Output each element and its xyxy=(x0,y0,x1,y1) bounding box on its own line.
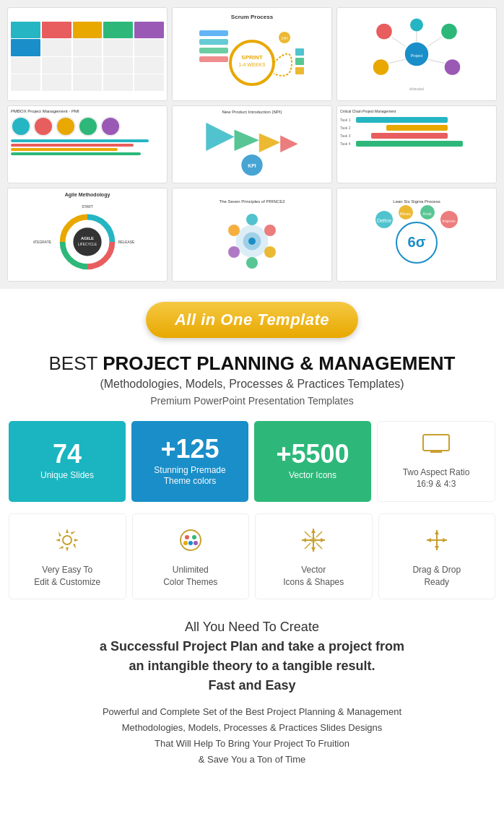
vector-icons-label: Vector Icons xyxy=(289,470,336,482)
badge-button[interactable]: All in One Template xyxy=(146,302,358,338)
main-bottom-text: All You Need To Create a Successful Proj… xyxy=(22,617,482,695)
svg-point-43 xyxy=(264,246,276,258)
slide-thumb-4[interactable]: PMBOX Project Management - PMI xyxy=(7,105,168,183)
vector-shapes-label: Vector Icons & Shapes xyxy=(283,564,344,589)
feature-box-vector-shapes: Vector Icons & Shapes xyxy=(255,513,373,599)
svg-text:6σ: 6σ xyxy=(408,234,426,250)
feature-box-aspect-ratio: Two Aspect Ratio 16:9 & 4:3 xyxy=(377,421,495,502)
move-icon xyxy=(424,527,450,558)
desc-bottom-text: Powerful and Complete Set of the Best Pr… xyxy=(22,704,482,768)
slide-thumb-9[interactable]: Lean Six Sigma Process 6σ Define Meas. A… xyxy=(336,188,497,282)
gear-icon xyxy=(54,527,80,558)
heading-normal: BEST xyxy=(49,352,103,374)
slide-thumb-8[interactable]: The Seven Principles of PRINCE2 xyxy=(172,188,332,282)
svg-point-44 xyxy=(246,257,258,269)
heading-section: BEST PROJECT PLANNING & MANAGEMENT (Meth… xyxy=(0,345,504,410)
svg-point-14 xyxy=(376,24,392,40)
svg-marker-82 xyxy=(427,538,431,542)
svg-text:Improv.: Improv. xyxy=(442,219,456,223)
heading-bold: PROJECT PLANNING & MANAGEMENT xyxy=(103,352,455,374)
svg-text:Meas.: Meas. xyxy=(400,212,412,216)
feature-box-edit-customize: Very Easy To Edit & Customize xyxy=(9,513,126,599)
edit-customize-label: Very Easy To Edit & Customize xyxy=(34,564,100,589)
svg-marker-69 xyxy=(311,529,316,533)
svg-rect-5 xyxy=(199,48,228,53)
svg-marker-80 xyxy=(435,530,439,534)
svg-line-21 xyxy=(427,38,441,47)
svg-text:LIFECYCLE: LIFECYCLE xyxy=(78,243,97,246)
heading-line3: Premium PowerPoint Presentation Template… xyxy=(14,395,490,407)
svg-text:INTEGRATE: INTEGRATE xyxy=(33,240,52,244)
svg-point-60 xyxy=(63,536,71,544)
svg-text:1-4 WEEKS: 1-4 WEEKS xyxy=(238,62,266,67)
slide-thumb-5[interactable]: New Product Introduction (NPI) KPI xyxy=(172,105,332,183)
svg-marker-26 xyxy=(235,130,259,151)
color-themes-label: Unlimited Color Themes xyxy=(163,564,217,589)
feature-box-unique-slides: 74 Unique Slides xyxy=(9,421,126,502)
slide-thumb-2[interactable]: Scrum Process SPRINT 1-4 WEEKS 24H xyxy=(172,7,332,101)
svg-marker-25 xyxy=(206,123,234,151)
feature-row-2: Very Easy To Edit & Customize Unlimited … xyxy=(0,508,504,610)
svg-rect-4 xyxy=(199,39,228,45)
svg-point-15 xyxy=(441,24,457,40)
svg-point-16 xyxy=(373,59,389,75)
svg-marker-71 xyxy=(302,538,306,542)
svg-line-75 xyxy=(305,543,310,549)
svg-line-74 xyxy=(316,531,322,537)
svg-point-64 xyxy=(188,541,193,545)
svg-rect-11 xyxy=(295,67,304,74)
svg-text:AGILE: AGILE xyxy=(81,236,94,240)
drag-drop-label: Drag & Drop Ready xyxy=(412,564,461,589)
feature-box-color-themes: Unlimited Color Themes xyxy=(132,513,250,599)
svg-text:Anal.: Anal. xyxy=(422,212,433,216)
slide-thumb-7[interactable]: Agile Methodology AGILE LIFECYCLE START … xyxy=(7,188,168,282)
feature-box-vector-icons: +5500 Vector Icons xyxy=(254,421,371,502)
svg-point-46 xyxy=(228,225,240,236)
vector-icons-number: +5500 xyxy=(276,441,349,467)
aspect-ratio-label: Two Aspect Ratio 16:9 & 4:3 xyxy=(403,467,470,490)
svg-text:24H: 24H xyxy=(281,36,288,40)
feature-row-1: 74 Unique Slides +125 Stunning Premade T… xyxy=(0,410,504,508)
gallery-grid: Scrum Process SPRINT 1-4 WEEKS 24H xyxy=(7,7,497,282)
svg-point-40 xyxy=(248,238,256,245)
svg-point-62 xyxy=(185,535,189,539)
unique-slides-label: Unique Slides xyxy=(40,470,94,482)
svg-rect-10 xyxy=(295,58,304,65)
svg-line-20 xyxy=(392,38,406,47)
svg-rect-6 xyxy=(199,56,228,62)
heading-line2: (Methodologies, Models, Processes & Prac… xyxy=(14,378,490,391)
feature-box-theme-colors: +125 Stunning Premade Theme colors xyxy=(131,421,248,502)
svg-point-45 xyxy=(228,246,240,258)
heading-line1: BEST PROJECT PLANNING & MANAGEMENT xyxy=(14,352,490,375)
svg-line-23 xyxy=(427,59,444,63)
svg-point-41 xyxy=(246,214,258,225)
unique-slides-number: 74 xyxy=(53,441,82,467)
svg-text:SPRINT: SPRINT xyxy=(241,54,262,61)
svg-line-22 xyxy=(388,59,405,63)
badge-section: All in One Template xyxy=(0,289,504,345)
svg-point-77 xyxy=(310,537,316,543)
shapes-icon xyxy=(300,527,326,558)
svg-marker-72 xyxy=(321,538,325,542)
svg-marker-28 xyxy=(280,135,297,152)
svg-rect-9 xyxy=(295,48,304,56)
svg-text:KPI: KPI xyxy=(248,162,256,168)
svg-point-65 xyxy=(183,541,188,545)
svg-marker-70 xyxy=(311,547,316,552)
palette-icon xyxy=(178,527,204,558)
monitor-icon xyxy=(422,433,451,460)
theme-colors-number: +125 xyxy=(160,436,219,462)
svg-point-61 xyxy=(181,530,201,550)
slide-thumb-3[interactable]: Project slidesalad xyxy=(336,7,497,101)
svg-point-66 xyxy=(194,541,198,545)
slide-thumb-6[interactable]: Critical Chain Project Management Task 1… xyxy=(336,105,497,183)
svg-marker-27 xyxy=(259,133,280,152)
theme-colors-label: Stunning Premade Theme colors xyxy=(154,465,225,487)
svg-text:RELEASE: RELEASE xyxy=(118,240,135,244)
svg-line-73 xyxy=(305,531,310,537)
svg-line-76 xyxy=(316,543,322,549)
svg-point-17 xyxy=(445,59,461,75)
slide-thumb-1[interactable] xyxy=(7,7,168,101)
svg-rect-57 xyxy=(423,435,449,451)
svg-text:Project: Project xyxy=(411,53,423,58)
